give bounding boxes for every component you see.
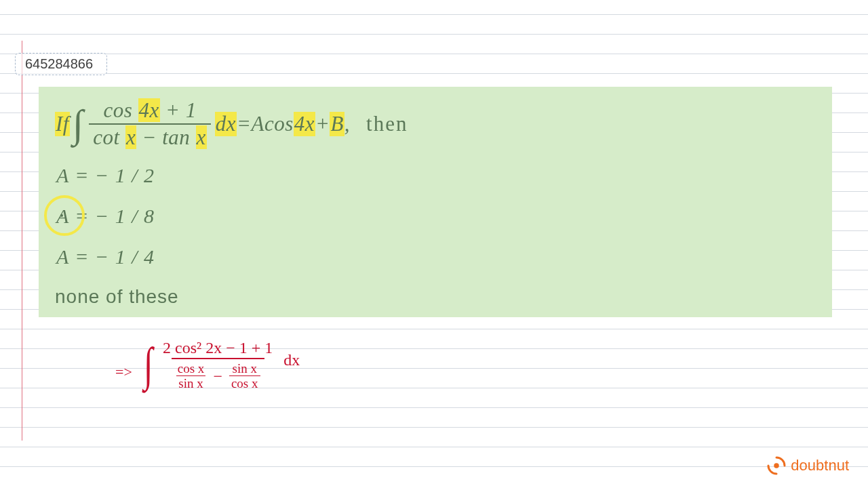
svg-point-0 (774, 463, 780, 468)
paper-margin-line (22, 41, 22, 441)
den-x2: x (196, 125, 207, 149)
hand-dx: dx (283, 351, 300, 369)
den-x1: x (125, 125, 136, 149)
question-prefix: If (55, 112, 70, 136)
num-cos: cos (103, 98, 132, 122)
option-d[interactable]: none of these (55, 286, 816, 308)
brand-text: doubtnut (791, 457, 849, 474)
comma: , (344, 112, 350, 136)
den-minus-tan: − tan (142, 125, 190, 149)
rhs-4x: 4x (294, 112, 315, 136)
sinx-bot: sin x (176, 375, 205, 390)
cosx-bot: cos x (229, 375, 260, 390)
cosx-top: cos x (176, 362, 207, 375)
rhs-plus: + (315, 112, 330, 136)
question-equation: If ∫ cos 4x + 1 cot x − tan x dx = A cos… (55, 99, 816, 149)
sinx-top: sin x (230, 362, 258, 375)
rhs-b: B (330, 112, 344, 136)
num-4x: 4x (138, 98, 160, 122)
rhs-a: A (251, 112, 264, 136)
logo-swirl-icon (766, 455, 787, 476)
handwritten-work: => ∫ 2 cos² 2x − 1 + 1 cos x sin x − sin… (115, 339, 300, 390)
option-c[interactable]: A = − 1 / 4 (56, 245, 816, 268)
num-plus1: + 1 (165, 98, 197, 122)
question-panel: If ∫ cos 4x + 1 cot x − tan x dx = A cos… (39, 87, 832, 317)
hand-denominator: cos x sin x − sin x cos x (172, 358, 264, 390)
equals: = (237, 112, 251, 136)
implies-arrow: => (115, 363, 132, 381)
den-cot: cot (93, 125, 119, 149)
then-text: then (366, 112, 408, 136)
integrand-fraction: cos 4x + 1 cot x − tan x (89, 99, 210, 149)
hand-fraction: 2 cos² 2x − 1 + 1 cos x sin x − sin x co… (159, 339, 277, 390)
hand-integral-symbol: ∫ (144, 341, 153, 388)
hand-minus: − (213, 367, 222, 385)
selection-circle (44, 195, 85, 236)
hand-numerator: 2 cos² 2x − 1 + 1 (159, 339, 277, 358)
question-id-badge: 645284866 (15, 53, 107, 75)
option-a[interactable]: A = − 1 / 2 (56, 164, 816, 187)
brand-logo[interactable]: doubtnut (766, 455, 849, 476)
option-b[interactable]: A = − 1 / 8 (56, 205, 816, 228)
dx-text: dx (215, 112, 237, 136)
integral-symbol: ∫ (73, 106, 83, 142)
cot-expanded: cos x sin x (176, 362, 207, 390)
rhs-cos: cos (264, 112, 294, 136)
tan-expanded: sin x cos x (229, 362, 260, 390)
